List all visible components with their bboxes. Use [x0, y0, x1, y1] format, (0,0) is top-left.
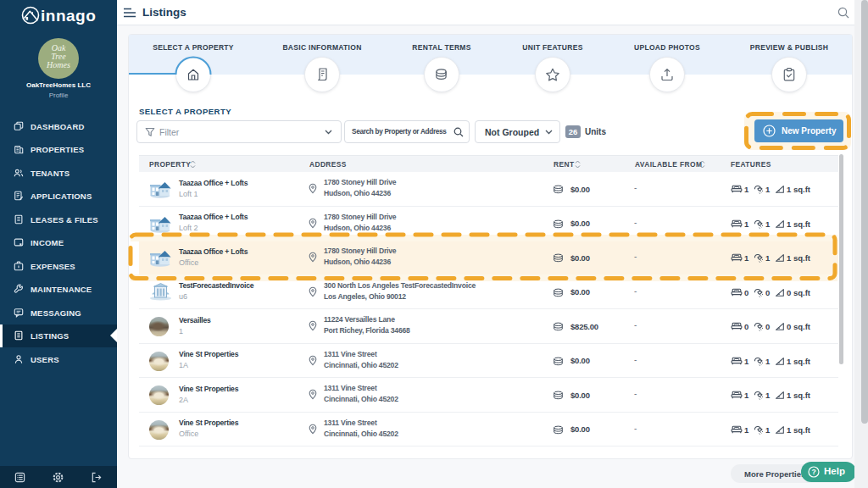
svg-text:?: ?	[811, 468, 815, 476]
svg-text:innago: innago	[41, 7, 96, 25]
